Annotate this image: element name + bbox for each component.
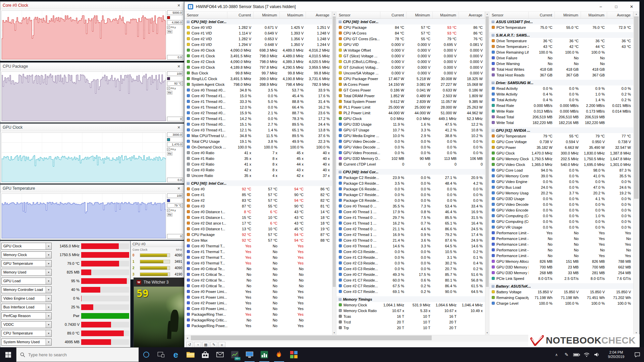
- chevron-down-icon[interactable]: ▼: [46, 243, 51, 249]
- sensor-row[interactable]: Core #3 Power Limi...YesNoYes: [184, 306, 332, 311]
- sensor-row[interactable]: Core #0 Thread 0 ...35.5 %7.3 %53.4 %33.…: [336, 203, 485, 209]
- sensor-row[interactable]: GPU D3D Memory D...700 MB23 MB700 MB662 …: [489, 264, 633, 270]
- sensor-row[interactable]: GPU Media Engine ...10.0 %2.9 %38.8 %10.…: [336, 133, 485, 138]
- sensor-row[interactable]: Drive WarningNoNoNo: [489, 61, 633, 66]
- taskbar-app-stocks[interactable]: 99+: [227, 347, 242, 362]
- sensor-select[interactable]: Memory Used▼: [1, 269, 52, 276]
- sensor-row[interactable]: Charge Level100.0 %100.0 %100.0 %100.0 %: [489, 300, 633, 306]
- sensor-row[interactable]: CLR (CBo/LLC/Ring...0.000 V0.000 V0.000 …: [336, 59, 485, 64]
- sensor-row[interactable]: Core #2 Power Limi...YesNoYes: [184, 300, 332, 306]
- sensor-row[interactable]: Core #3 Critical Te...NoNoNo: [184, 283, 332, 289]
- scrollbar-thumb[interactable]: [634, 16, 639, 199]
- sensor-row[interactable]: CPU Package92 °C57 °C94 °C87 °C: [184, 232, 332, 237]
- taskbar-app-palette[interactable]: [286, 347, 301, 362]
- sensor-row[interactable]: Core #1 Distance t...15 °C10 °C43 °C18 °…: [184, 215, 332, 220]
- sensor-row[interactable]: Package C6 Reside...0.0 %0.0 %0.0 %0.0 %: [336, 186, 485, 192]
- sensor-row[interactable]: Core #2 Thread 1 ...16.9 %0.9 %79.2 %17.…: [336, 232, 485, 237]
- sensor-row[interactable]: GPU Memory Contr...39.0 %0.0 %41.0 %35.5…: [489, 173, 633, 179]
- sensor-row[interactable]: GPU VR Usage0.0 %0.0 %0.0 %0.0 %: [489, 224, 633, 230]
- sensor-row[interactable]: Total CPU Usage19.1 %3.8 %49.9 %22.3 %: [184, 138, 332, 144]
- sensor-row[interactable]: Core #0 Power Limi...YesNoYes: [184, 289, 332, 294]
- sensor-row[interactable]: Core #3 Thread #0...15.1 %2.7 %89.5 %24.…: [184, 121, 332, 127]
- sensor-row[interactable]: GPU D3D Usage0.0 %0.0 %4.1 %0.0 %: [489, 196, 633, 201]
- sensor-row[interactable]: Max CPU/Thread U...34.8 %11.5 %89.5 %37.…: [184, 133, 332, 138]
- sensor-row[interactable]: Performance Limit -...YesNoYesYes: [489, 230, 633, 236]
- sensor-row[interactable]: GT (Slice) Voltage ...0.000 V0.000 V0.00…: [336, 53, 485, 59]
- chevron-down-icon[interactable]: ▼: [46, 269, 51, 276]
- sensor-row[interactable]: GPU Video Decode ...0.0 %0.0 %0.0 %0.0 %: [336, 138, 485, 144]
- vertical-scrollbar[interactable]: ▲▼: [332, 12, 336, 335]
- sensor-row[interactable]: Write Total182,220 MB182,216 MB182,220 M…: [489, 120, 633, 125]
- scroll-left-icon[interactable]: ◄: [184, 335, 190, 341]
- sensor-row[interactable]: On-Demand Clock ...100.0 %100.0 %100.0 %…: [184, 144, 332, 150]
- sensor-row[interactable]: GT (Unslice) Voltag...0.000 V0.000 V0.00…: [336, 64, 485, 70]
- sensor-select[interactable]: Memory Clock▼: [1, 251, 52, 258]
- sensor-row[interactable]: Core #1 Thread 0 ...29.7 %7.5 %85.5 %31.…: [336, 215, 485, 220]
- hwinfo-titlebar[interactable]: i HWiNFO64 v6.10-3880 Sensor Status [7 v…: [184, 2, 639, 12]
- sensor-row[interactable]: IA Cores Power14.150 W3.081 W27.227 W15.…: [336, 81, 485, 87]
- sensor-select[interactable]: CPU Temperature▼: [1, 330, 52, 337]
- sensor-row[interactable]: GPU VID0.000 V0.000 V0.695 V0.081 V: [336, 42, 485, 47]
- sensor-row[interactable]: Package C3 Reside...3.5 %0.0 %48.4 %4.2 …: [336, 180, 485, 186]
- taskbar-app-mail[interactable]: [213, 347, 227, 362]
- sensor-row[interactable]: Core #3 Clock4,189.8 MHz797.8 MHz4,290.5…: [184, 64, 332, 70]
- toolbar-button[interactable]: ▦: [202, 342, 209, 348]
- sensor-row[interactable]: GPU Core Voltage0.738 V0.594 V0.950 V0.7…: [489, 139, 633, 144]
- sensor-row[interactable]: Drive Temperature 243 °C42 °C44 °C43 °C: [489, 44, 633, 49]
- sensor-row[interactable]: Total DRAM Power1.852 W0.489 W2.503 W1.8…: [336, 93, 485, 99]
- chevron-down-icon[interactable]: ▼: [46, 321, 51, 328]
- sensor-row[interactable]: Read Total206,519 MB206,510 MB206,519 MB: [489, 114, 633, 120]
- tray-expand-button[interactable]: ∧: [551, 347, 561, 362]
- chevron-down-icon[interactable]: ▼: [46, 304, 51, 310]
- sensor-group-row[interactable]: ▤Memory Timings: [336, 296, 485, 302]
- sensor-group-row[interactable]: ▤CPU [#0]: Intel Cor...: [184, 180, 332, 186]
- sensor-row[interactable]: Core #2 Thread 0 ...21.1 %4.6 %86.6 %24.…: [336, 226, 485, 232]
- sensor-row[interactable]: Core #0 Distance t...8 °C6 °C43 °C14 °C: [184, 209, 332, 215]
- sensor-row[interactable]: Package/Ring Ther...YesNoYes: [184, 311, 332, 317]
- scrollbar-track[interactable]: [332, 16, 336, 330]
- sensor-group-row[interactable]: ▤CPU [#0]: Intel Cor...: [336, 19, 485, 24]
- sensor-select[interactable]: VDDC▼: [1, 321, 52, 328]
- sensor-row[interactable]: GPU Memory Usage20.2 %3.7 %20.2 %19.2 %: [489, 190, 633, 196]
- scrollbar-track[interactable]: [485, 16, 489, 330]
- sensor-row[interactable]: CPU Package Power17.467 W5.218 W30.008 W…: [336, 76, 485, 81]
- graph-titlebar[interactable]: GPU Temperature✕: [0, 185, 184, 192]
- sensor-row[interactable]: GT Cores Power0.186 W0.041 W0.633 W0.186…: [336, 87, 485, 93]
- sensor-row[interactable]: IA Voltage Offset0.000 V0.000 V0.000 V0.…: [336, 47, 485, 53]
- sensor-group-row[interactable]: ▤Drive: SAMSUNG M...: [489, 80, 633, 85]
- sensor-group-row[interactable]: ▤Battery: ASUSTeK...: [489, 283, 633, 289]
- sensor-row[interactable]: GPU Video Decode ...0.0 %0.0 %0.0 %0.0 %: [489, 201, 633, 207]
- sensor-row[interactable]: Core #3 Thread #1...12.1 %1.4 %65.1 %13.…: [184, 127, 332, 133]
- taskbar-app-file-explorer[interactable]: [183, 347, 198, 362]
- taskbar-app-chart[interactable]: [257, 347, 272, 362]
- sensor-row[interactable]: GPU D3D Memory D...268 MB33 MB281 MB254 …: [489, 270, 633, 276]
- toolbar-button[interactable]: ◔: [194, 342, 201, 348]
- sensor-row[interactable]: Core #1 Clock3,491.5 MHz798.0 MHz4,489.0…: [184, 53, 332, 59]
- sensor-row[interactable]: Core Max92 °C57 °C94 °C88 °C: [184, 237, 332, 243]
- sensor-row[interactable]: Core #0 C7 Reside...49.3 %17.5 %85.7 %51…: [336, 272, 485, 277]
- vertical-scrollbar[interactable]: ▲▼: [485, 12, 489, 335]
- sensor-row[interactable]: PCIe Link Speed8.0 GT/s2.5 GT/s8.0 GT/s7…: [489, 276, 633, 281]
- sensor-row[interactable]: Core #3 VID1.294 V0.648 V1.350 V1.244 V: [184, 42, 332, 47]
- sensor-row[interactable]: GPU Bus Load24.0 %0.0 %47.0 %24.6 %: [489, 184, 633, 190]
- sensor-row[interactable]: Drive FailureNoNoNo: [489, 55, 633, 61]
- maximize-button[interactable]: □: [608, 2, 624, 11]
- sensor-row[interactable]: Core #2 C7 Reside...67.5 %0.2 %86.4 %61.…: [336, 283, 485, 289]
- sensor-row[interactable]: Core #2 VID1.282 V0.653 V1.356 V1.248 V: [184, 36, 332, 42]
- tray-pen-button[interactable]: ✎: [561, 347, 572, 362]
- sensor-select[interactable]: Bus Interface Load▼: [1, 304, 52, 311]
- tray-battery-button[interactable]: [572, 347, 582, 362]
- sensor-row[interactable]: Core #3 C3 Reside...0.0 %0.0 %20.7 %0.2 …: [336, 266, 485, 272]
- sensor-row[interactable]: Core #0 Thermal T...YesNoYes: [184, 243, 332, 249]
- chevron-down-icon[interactable]: ▼: [46, 313, 51, 319]
- sensor-row[interactable]: Remaining Capacity71.198 Wh71.198 Wh71.4…: [489, 295, 633, 300]
- sensor-row[interactable]: Core #2 C3 Reside...0.0 %0.0 %30.2 %0.4 …: [336, 260, 485, 266]
- sensor-row[interactable]: Core #1 Critical Te...NoNoNo: [184, 272, 332, 277]
- fit-y-toggle[interactable]: ✓Fit y: [167, 26, 183, 29]
- task-view-button[interactable]: [154, 347, 168, 362]
- chevron-down-icon[interactable]: ▼: [46, 260, 51, 267]
- sensor-row[interactable]: Core #3 Thermal T...YesNoYes: [184, 260, 332, 266]
- sensor-row[interactable]: Core #1 Thread #0...33.3 %5.0 %88.8 %31.…: [184, 99, 332, 104]
- sensor-row[interactable]: Tcas16 T10 T16 T: [336, 313, 485, 319]
- sensor-row[interactable]: Core #1 Thermal T...YesNoYes: [184, 249, 332, 254]
